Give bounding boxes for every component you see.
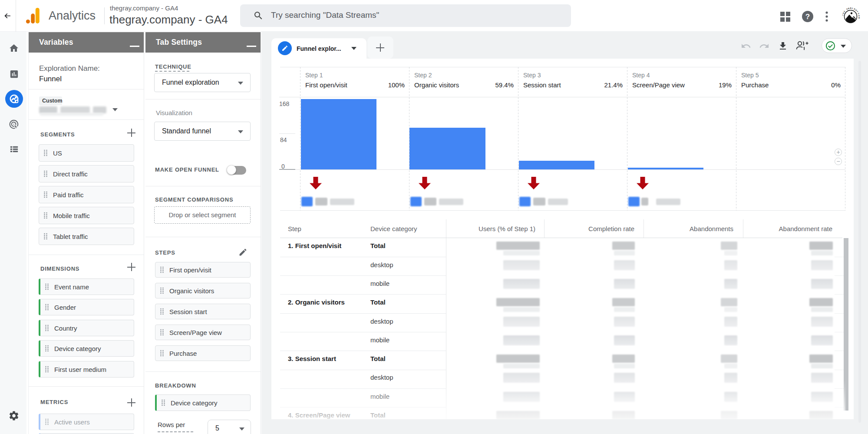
svg-text:E: E: [843, 10, 846, 13]
svg-text:Y: Y: [851, 7, 853, 9]
svg-text:R: R: [848, 7, 850, 10]
svg-text:M: M: [858, 17, 860, 19]
svg-text:T: T: [842, 14, 845, 16]
svg-text:C: C: [857, 13, 860, 15]
svg-text:O: O: [858, 15, 860, 17]
